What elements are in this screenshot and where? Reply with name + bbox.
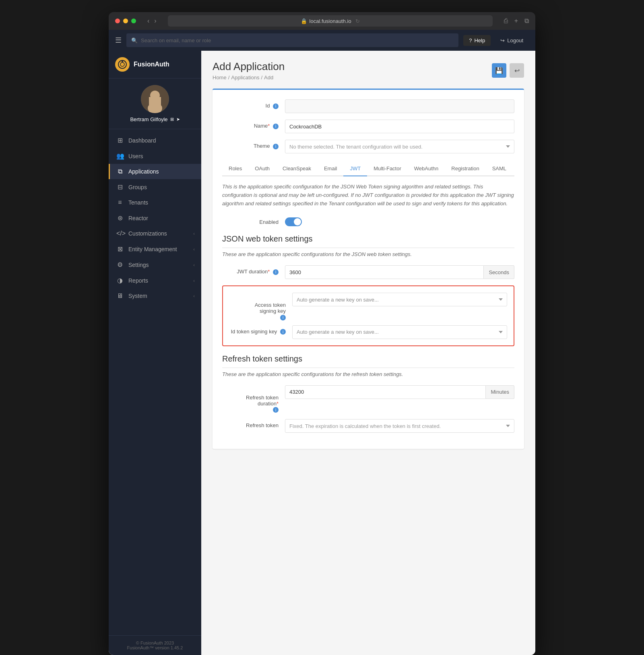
access-token-info-icon[interactable]: i — [280, 315, 286, 320]
id-info-icon[interactable]: i — [273, 103, 279, 109]
svg-point-2 — [122, 61, 123, 62]
close-btn[interactable] — [115, 19, 120, 23]
jwt-settings-description: These are the application specific confi… — [222, 251, 514, 257]
help-button[interactable]: ? Help — [463, 35, 491, 46]
refresh-token-label: Refresh token — [222, 419, 279, 428]
page-header: Add Application Home / Applications / Ad… — [213, 60, 524, 81]
applications-icon: ⧉ — [116, 168, 124, 175]
newtab-icon[interactable]: + — [514, 17, 518, 25]
tab-oauth[interactable]: OAuth — [248, 161, 276, 176]
user-name-label: Bertram Gilfoyle ⊞ ➤ — [130, 116, 180, 122]
svg-rect-6 — [149, 97, 161, 105]
groups-icon: ⊟ — [116, 183, 124, 191]
id-token-select[interactable]: Auto generate a new key on save... — [292, 325, 507, 339]
breadcrumb-sep1: / — [228, 74, 230, 81]
user-arrow-icon[interactable]: ➤ — [176, 117, 180, 122]
enabled-row: Enabled — [222, 217, 514, 226]
sidebar-item-users[interactable]: 👥 Users — [109, 148, 201, 164]
help-icon: ? — [469, 37, 472, 43]
jwt-duration-unit: Seconds — [484, 265, 514, 279]
lock-icon: 🔒 — [301, 18, 307, 24]
sidebar-item-dashboard[interactable]: ⊞ Dashboard — [109, 132, 201, 148]
share-icon[interactable]: ⎙ — [504, 17, 508, 25]
jwt-duration-info-icon[interactable]: i — [273, 269, 279, 275]
sidebar-item-entity-management[interactable]: ⊠ Entity Management ‹ — [109, 241, 201, 257]
tab-email[interactable]: Email — [318, 161, 344, 176]
tabs-icon[interactable]: ⧉ — [524, 17, 529, 25]
form-row-theme: Theme i No theme selected. The tenant co… — [222, 140, 514, 153]
sidebar-item-label: Reactor — [128, 215, 148, 221]
sidebar-item-label: Reports — [128, 277, 148, 284]
logout-button[interactable]: ↪ Logout — [495, 35, 529, 46]
sidebar-item-label: Groups — [128, 184, 147, 190]
refresh-description: These are the application specific confi… — [222, 371, 514, 377]
refresh-duration-info-icon[interactable]: i — [273, 407, 279, 413]
jwt-duration-label: JWT duration* i — [222, 265, 279, 275]
id-input[interactable] — [285, 99, 514, 113]
theme-label: Theme i — [222, 140, 279, 149]
brand-label: FusionAuth — [134, 61, 169, 68]
sidebar-item-reports[interactable]: ◑ Reports ‹ — [109, 273, 201, 288]
theme-select[interactable]: No theme selected. The tenant configurat… — [285, 140, 514, 153]
name-input[interactable] — [285, 120, 514, 133]
sidebar-nav: ⊞ Dashboard 👥 Users ⧉ Applications ⊟ Gro… — [109, 129, 201, 635]
tab-multifactor[interactable]: Multi-Factor — [367, 161, 408, 176]
breadcrumb-applications[interactable]: Applications — [231, 74, 259, 81]
sidebar-item-tenants[interactable]: ≡ Tenants — [109, 195, 201, 210]
back-button[interactable]: ‹ — [147, 17, 149, 25]
tab-roles[interactable]: Roles — [222, 161, 248, 176]
url-text: local.fusionauth.io — [310, 18, 351, 24]
min-btn[interactable] — [123, 19, 128, 23]
sidebar-item-label: Entity Management — [128, 246, 177, 252]
address-bar[interactable]: 🔒 local.fusionauth.io ↻ — [168, 15, 493, 27]
customizations-icon: </> — [116, 230, 124, 237]
tab-jwt[interactable]: JWT — [343, 161, 367, 176]
refresh-duration-input[interactable] — [285, 385, 486, 399]
tab-cleanspeak[interactable]: CleanSpeak — [276, 161, 318, 176]
sidebar-item-settings[interactable]: ⚙ Settings ‹ — [109, 257, 201, 273]
sidebar-item-system[interactable]: 🖥 System ‹ — [109, 288, 201, 304]
search-bar[interactable]: 🔍 Search on email, name or role — [126, 33, 458, 47]
page-header-right: 💾 ↩ — [492, 63, 524, 78]
save-button[interactable]: 💾 — [492, 63, 506, 78]
sidebar-item-label: Customizations — [128, 230, 167, 237]
main-layout: FusionAuth Bertram Gilfoyle ⊞ — [109, 51, 535, 655]
browser-content: ☰ 🔍 Search on email, name or role ? Help… — [109, 30, 535, 655]
back-button[interactable]: ↩ — [510, 63, 524, 78]
back-icon: ↩ — [514, 67, 520, 74]
sidebar-item-customizations[interactable]: </> Customizations ‹ — [109, 226, 201, 241]
sidebar-item-applications[interactable]: ⧉ Applications — [109, 164, 201, 179]
id-token-info-icon[interactable]: i — [280, 329, 286, 335]
access-token-label: Access tokensigning key i — [229, 293, 286, 320]
avatar — [141, 85, 169, 113]
sidebar-item-reactor[interactable]: ⊛ Reactor — [109, 210, 201, 226]
tabs: Roles OAuth CleanSpeak Email JWT Multi-F… — [222, 161, 514, 176]
theme-info-icon[interactable]: i — [273, 144, 279, 149]
id-label: Id i — [222, 99, 279, 109]
sidebar-item-groups[interactable]: ⊟ Groups — [109, 179, 201, 195]
sidebar-item-label: Dashboard — [128, 137, 156, 144]
tab-webauthn[interactable]: WebAuthn — [408, 161, 445, 176]
sidebar-item-label: System — [128, 293, 147, 299]
form-row-name: Name* i — [222, 120, 514, 133]
breadcrumb-home[interactable]: Home — [213, 74, 227, 81]
jwt-duration-input[interactable] — [285, 265, 484, 279]
access-token-select[interactable]: Auto generate a new key on save... — [292, 293, 507, 306]
breadcrumb-sep2: / — [261, 74, 262, 81]
users-icon: 👥 — [116, 152, 124, 160]
tab-saml[interactable]: SAML — [486, 161, 513, 176]
hamburger-icon[interactable]: ☰ — [115, 36, 122, 45]
name-label: Name* i — [222, 120, 279, 129]
form-row-jwt-duration: JWT duration* i Seconds — [222, 265, 514, 279]
tab-registration[interactable]: Registration — [445, 161, 485, 176]
nav-buttons: ‹ › — [147, 17, 157, 25]
max-btn[interactable] — [131, 19, 136, 23]
form-row-id-token: Id token signing key i Auto generate a n… — [229, 325, 507, 339]
forward-button[interactable]: › — [154, 17, 156, 25]
system-icon: 🖥 — [116, 292, 124, 300]
refresh-token-select[interactable]: Fixed. The expiration is calculated when… — [285, 419, 514, 433]
name-info-icon[interactable]: i — [273, 124, 279, 129]
user-menu-icon[interactable]: ⊞ — [170, 117, 174, 122]
reports-icon: ◑ — [116, 277, 124, 284]
enabled-toggle[interactable] — [285, 217, 302, 226]
